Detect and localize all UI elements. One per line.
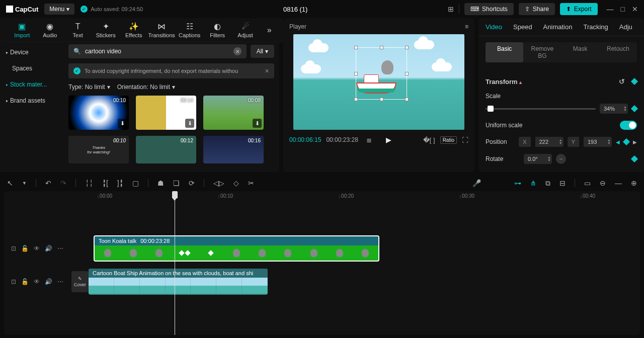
menu-button[interactable]: Menu▾ <box>44 4 74 15</box>
filter-all-button[interactable]: All▾ <box>251 45 274 58</box>
fullscreen-icon[interactable]: ⛶ <box>462 136 468 144</box>
scale-slider[interactable] <box>486 108 596 110</box>
sidebar-device[interactable]: ▸Device <box>0 44 64 60</box>
link-track-icon[interactable]: ⋔ <box>530 179 536 187</box>
maximize-icon[interactable]: □ <box>621 5 625 13</box>
track-lock-icon[interactable]: 🔓 <box>21 278 29 285</box>
sidebar-brand[interactable]: ▸Brand assets <box>0 93 64 109</box>
scale-value[interactable]: 34%▲▼ <box>600 104 628 114</box>
track-more-icon[interactable]: ⋯ <box>57 278 63 285</box>
shortcuts-button[interactable]: ⌨Shortcuts <box>464 3 514 15</box>
magnet-icon[interactable]: ⊶ <box>514 179 521 187</box>
download-icon[interactable]: ⬇ <box>118 119 127 128</box>
zoom-out-icon[interactable]: ⊖ <box>600 179 606 187</box>
sidebar-stock[interactable]: ▸Stock mater... <box>0 76 64 93</box>
reverse-icon[interactable]: ⟳ <box>189 179 195 187</box>
mic-icon[interactable]: 🎤 <box>472 179 481 187</box>
subtab-retouch[interactable]: Retouch <box>599 42 637 62</box>
tab-stickers[interactable]: ✦Stickers <box>92 20 119 40</box>
crop-frame-icon[interactable]: ✂ <box>248 179 254 187</box>
redo-icon[interactable]: ↷ <box>60 179 66 187</box>
stock-thumb[interactable]: 00:08⬇ <box>203 96 264 130</box>
tab-adjust[interactable]: ☄Adjust <box>231 20 259 40</box>
subtab-removebg[interactable]: Remove BG <box>523 42 561 62</box>
subtab-basic[interactable]: Basic <box>486 42 523 62</box>
keyframe-icon[interactable] <box>631 105 638 112</box>
trim-right-icon[interactable]: ]╏ <box>117 179 123 187</box>
chain-icon[interactable]: ⧉ <box>545 179 550 188</box>
pointer-icon[interactable]: ↖ <box>7 179 13 187</box>
track-lock-icon[interactable]: 🔓 <box>21 245 29 252</box>
stock-thumb[interactable]: 00:10⬇ <box>68 96 129 130</box>
playhead[interactable] <box>175 191 175 335</box>
filter-type[interactable]: Type: No limit▾ <box>68 83 110 91</box>
keyframe-icon[interactable] <box>631 78 638 85</box>
split-icon[interactable]: ╎╎ <box>85 179 93 187</box>
track-visible-icon[interactable]: 👁 <box>34 278 40 285</box>
list-icon[interactable]: ≣ <box>366 136 372 144</box>
duplicate-icon[interactable]: ❏ <box>173 179 180 187</box>
search-input[interactable] <box>85 48 229 55</box>
stock-thumb[interactable]: 00:10Thanks for watching! <box>68 136 129 163</box>
position-x[interactable]: 222▲▼ <box>535 137 564 147</box>
tab-import[interactable]: ▣Import <box>8 20 36 40</box>
shield-tool-icon[interactable]: ☗ <box>157 179 164 187</box>
clip-boat[interactable]: Cartoon Boat Ship Animation on the sea w… <box>89 269 268 295</box>
mirror-icon[interactable]: ◁▷ <box>213 179 224 187</box>
tab-text[interactable]: TText <box>64 20 92 40</box>
export-button[interactable]: ⬆Export <box>560 3 598 15</box>
filter-orientation[interactable]: Orientation: No limit▾ <box>117 83 175 91</box>
sidebar-spaces[interactable]: Spaces <box>0 60 64 76</box>
rotate-tool-icon[interactable]: ◇ <box>233 179 239 187</box>
close-warning-icon[interactable]: ✕ <box>265 68 269 74</box>
trim-left-icon[interactable]: ╏[ <box>102 179 108 187</box>
rotate-value[interactable]: 0.0°▲▼ <box>524 154 552 164</box>
search-input-wrap[interactable]: 🔍 ✕ <box>68 44 247 58</box>
track-more-icon[interactable]: ⋯ <box>57 245 63 252</box>
share-button[interactable]: ⇪Share <box>519 3 555 15</box>
play-button[interactable]: ▶ <box>386 136 391 144</box>
position-y[interactable]: 193▲▼ <box>584 137 612 147</box>
tab-transitions[interactable]: ⋈Transitions <box>147 20 175 40</box>
zoom-in-icon[interactable]: ⊕ <box>631 179 637 187</box>
crop-tool-icon[interactable]: ▢ <box>132 179 139 187</box>
stock-thumb[interactable]: 00:16 <box>203 136 264 163</box>
tab-captions[interactable]: ☷Captions <box>176 20 203 40</box>
stock-thumb[interactable]: 00:12 <box>136 136 196 163</box>
prop-tab-video[interactable]: Video <box>486 23 502 31</box>
ratio-button[interactable]: Ratio <box>440 136 457 144</box>
tab-effects[interactable]: ✨Effects <box>120 20 147 40</box>
timeline-ruler[interactable]: 00:00 00:10 00:20 00:30 00:40 <box>73 191 640 202</box>
subtab-mask[interactable]: Mask <box>561 42 599 62</box>
chevron-down-icon[interactable]: ▼ <box>22 181 27 186</box>
preview-range-icon[interactable]: ▭ <box>584 179 591 187</box>
track-collapse-icon[interactable]: ⊡ <box>11 278 16 285</box>
selection-box[interactable] <box>356 47 407 100</box>
tab-audio[interactable]: ◉Audio <box>36 20 63 40</box>
layout-icon[interactable]: ⊞ <box>448 5 454 13</box>
cover-button[interactable]: ✎Cover <box>71 271 89 292</box>
prop-tab-animation[interactable]: Animation <box>543 23 573 31</box>
align-icon[interactable]: ⊟ <box>559 179 566 187</box>
clip-koala[interactable]: Toon Koala talk00:00:23:28 <box>94 235 379 262</box>
prev-key-icon[interactable]: ◀ <box>616 139 620 145</box>
uniform-scale-toggle[interactable] <box>620 121 637 130</box>
video-preview[interactable] <box>293 34 464 130</box>
close-icon[interactable]: ✕ <box>632 5 638 13</box>
track-mute-icon[interactable]: 🔊 <box>45 245 52 252</box>
next-key-icon[interactable]: ▶ <box>633 139 637 145</box>
prop-tab-speed[interactable]: Speed <box>513 23 532 31</box>
stepper-icon[interactable]: ▲▼ <box>623 106 627 112</box>
undo-icon[interactable]: ↶ <box>45 179 51 187</box>
reset-icon[interactable]: ↺ <box>619 77 625 86</box>
clear-search-icon[interactable]: ✕ <box>233 47 242 55</box>
track-collapse-icon[interactable]: ⊡ <box>11 245 16 252</box>
minimize-icon[interactable]: — <box>607 5 614 13</box>
download-icon[interactable]: ⬇ <box>185 119 194 128</box>
stock-thumb[interactable]: 00:14⬇ <box>136 96 196 130</box>
prop-tab-tracking[interactable]: Tracking <box>583 23 608 31</box>
keyframe-icon[interactable] <box>623 138 630 145</box>
prop-tab-adjust[interactable]: Adju <box>619 23 632 31</box>
zoom-slider-icon[interactable]: — <box>615 179 622 187</box>
track-mute-icon[interactable]: 🔊 <box>45 278 52 285</box>
